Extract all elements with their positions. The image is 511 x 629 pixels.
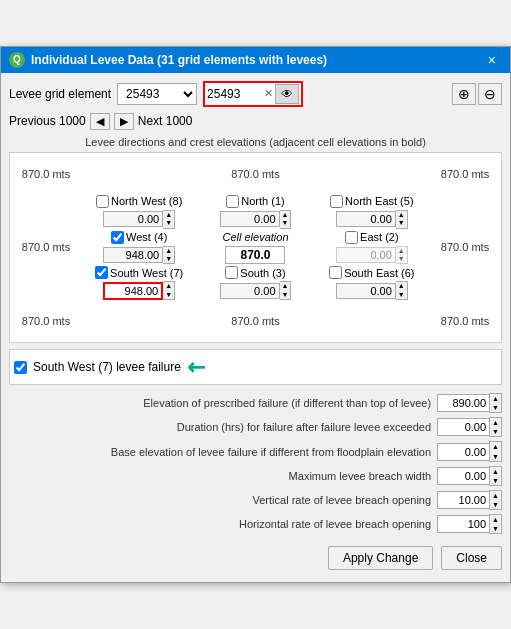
northeast-spin-cell: ▲ ▼ [315, 210, 429, 229]
northwest-cell: North West (8) [82, 195, 196, 208]
param-input-4[interactable] [437, 491, 489, 509]
param-input-0[interactable] [437, 394, 489, 412]
window-close-button[interactable]: × [482, 51, 502, 69]
param-down-0[interactable]: ▼ [490, 403, 501, 412]
east-checkbox[interactable] [345, 231, 358, 244]
east-value[interactable] [336, 247, 396, 263]
param-spin-4: ▲ ▼ [437, 490, 502, 510]
south-checkbox[interactable] [225, 266, 238, 279]
southeast-up[interactable]: ▲ [396, 282, 407, 290]
next-label: Next 1000 [138, 114, 193, 128]
top-center-label: 870.0 mts [78, 168, 433, 180]
param-label-0: Elevation of prescribed failure (if diff… [9, 397, 431, 409]
param-down-3[interactable]: ▼ [490, 476, 501, 485]
param-spin-5: ▲ ▼ [437, 514, 502, 534]
northwest-up[interactable]: ▲ [163, 211, 174, 219]
zoom-in-button[interactable]: ⊕ [452, 83, 476, 105]
northeast-value[interactable] [336, 211, 396, 227]
param-up-0[interactable]: ▲ [490, 394, 501, 403]
southwest-up[interactable]: ▲ [163, 282, 174, 290]
param-up-3[interactable]: ▲ [490, 467, 501, 476]
northeast-label: North East (5) [345, 195, 413, 207]
southeast-value[interactable] [336, 283, 396, 299]
north-down[interactable]: ▼ [280, 219, 291, 227]
close-button[interactable]: Close [441, 546, 502, 570]
param-up-4[interactable]: ▲ [490, 491, 501, 500]
failure-row: South West (7) levee failure ↙ [9, 349, 502, 385]
north-value[interactable] [220, 211, 280, 227]
east-down[interactable]: ▼ [396, 255, 407, 263]
param-down-5[interactable]: ▼ [490, 524, 501, 533]
next-nav-button[interactable]: ▶ [114, 113, 134, 130]
zoom-out-button[interactable]: ⊖ [478, 83, 502, 105]
prev-button[interactable]: ◀ [90, 113, 110, 130]
apply-change-button[interactable]: Apply Change [328, 546, 433, 570]
bot-left-label: 870.0 mts [16, 315, 76, 327]
levee-grid-element-combo[interactable]: 25493 [117, 83, 197, 105]
param-down-2[interactable]: ▼ [490, 452, 501, 461]
southeast-down[interactable]: ▼ [396, 291, 407, 299]
param-label-4: Vertical rate of levee breach opening [9, 494, 431, 506]
southwest-checkbox[interactable] [95, 266, 108, 279]
param-label-2: Base elevation of levee failure if diffe… [9, 446, 431, 458]
cell-elevation-text: Cell elevation [222, 231, 288, 243]
window-title: Individual Levee Data (31 grid elements … [31, 53, 327, 67]
param-input-3[interactable] [437, 467, 489, 485]
west-up[interactable]: ▲ [163, 247, 174, 255]
west-value[interactable] [103, 247, 163, 263]
cell-elevation-value-cell: 870.0 [198, 246, 312, 265]
param-spin-3: ▲ ▼ [437, 466, 502, 486]
param-up-5[interactable]: ▲ [490, 515, 501, 524]
north-checkbox[interactable] [226, 195, 239, 208]
param-label-1: Duration (hrs) for failure after failure… [9, 421, 431, 433]
northeast-up[interactable]: ▲ [396, 211, 407, 219]
param-down-1[interactable]: ▼ [490, 427, 501, 436]
west-checkbox[interactable] [111, 231, 124, 244]
navigation-row: Previous 1000 ◀ ▶ Next 1000 [9, 113, 502, 130]
param-up-1[interactable]: ▲ [490, 418, 501, 427]
eye-button[interactable]: 👁 [275, 84, 299, 104]
northwest-value[interactable] [103, 211, 163, 227]
main-content: Levee grid element 25493 ✕ 👁 ⊕ ⊖ Previou… [1, 73, 510, 582]
southeast-checkbox-cell: South East (6) [315, 266, 429, 279]
northeast-down[interactable]: ▼ [396, 219, 407, 227]
northwest-checkbox[interactable] [96, 195, 109, 208]
south-down[interactable]: ▼ [280, 291, 291, 299]
bot-right-label: 870.0 mts [435, 315, 495, 327]
north-up[interactable]: ▲ [280, 211, 291, 219]
northwest-down[interactable]: ▼ [163, 219, 174, 227]
northwest-label: North West (8) [111, 195, 182, 207]
northeast-checkbox[interactable] [330, 195, 343, 208]
southwest-spin-cell: ▲ ▼ [82, 281, 196, 300]
southwest-value[interactable] [103, 282, 163, 300]
search-clear-button[interactable]: ✕ [262, 87, 275, 100]
param-input-1[interactable] [437, 418, 489, 436]
north-label: North (1) [241, 195, 284, 207]
southeast-label: South East (6) [344, 267, 414, 279]
search-box-wrapper: ✕ 👁 [203, 81, 303, 107]
param-up-2[interactable]: ▲ [490, 442, 501, 451]
levee-grid-panel: 870.0 mts 870.0 mts 870.0 mts 870.0 mts … [9, 152, 502, 343]
params-grid: Elevation of prescribed failure (if diff… [9, 393, 502, 534]
param-input-5[interactable] [437, 515, 489, 533]
mid-right-label: 870.0 mts [435, 241, 495, 253]
title-bar: Q Individual Levee Data (31 grid element… [1, 47, 510, 73]
param-input-2[interactable] [437, 443, 489, 461]
southwest-down[interactable]: ▼ [163, 291, 174, 299]
southeast-checkbox[interactable] [329, 266, 342, 279]
zoom-controls: ⊕ ⊖ [452, 83, 502, 105]
param-label-3: Maximum levee breach width [9, 470, 431, 482]
south-up[interactable]: ▲ [280, 282, 291, 290]
south-label: South (3) [240, 267, 285, 279]
west-spin-cell: ▲ ▼ [82, 246, 196, 265]
search-input[interactable] [207, 87, 262, 101]
param-spin-0: ▲ ▼ [437, 393, 502, 413]
south-value[interactable] [220, 283, 280, 299]
param-down-4[interactable]: ▼ [490, 500, 501, 509]
west-down[interactable]: ▼ [163, 255, 174, 263]
east-up[interactable]: ▲ [396, 247, 407, 255]
info-bar: Levee directions and crest elevations (a… [9, 136, 502, 148]
east-spin-cell: ▲ ▼ [315, 246, 429, 265]
mid-left-label: 870.0 mts [16, 241, 76, 253]
failure-checkbox[interactable] [14, 361, 27, 374]
